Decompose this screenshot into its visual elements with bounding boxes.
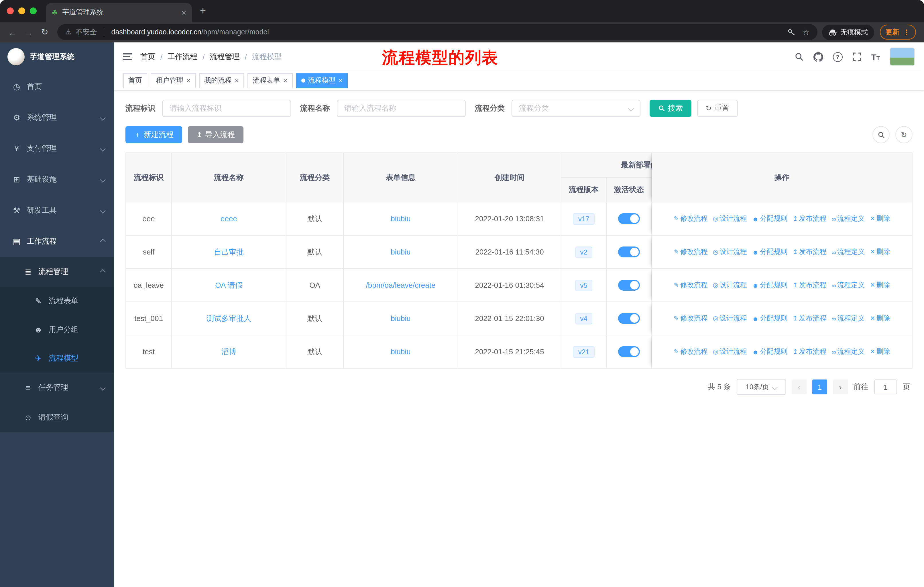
process-definition-link[interactable]: ∞流程定义 <box>832 280 865 290</box>
publish-process-link[interactable]: ↥发布流程 <box>792 280 826 290</box>
assign-rule-link[interactable]: ☻分配规则 <box>752 247 787 257</box>
font-size-icon[interactable]: TT <box>871 52 880 62</box>
prev-page-button[interactable]: ‹ <box>792 379 807 394</box>
delete-link[interactable]: ✕删除 <box>870 347 890 357</box>
process-definition-link[interactable]: ∞流程定义 <box>832 347 865 357</box>
bookmark-star-icon[interactable]: ☆ <box>803 28 809 36</box>
next-page-button[interactable]: › <box>833 379 848 394</box>
edit-process-link[interactable]: ✎修改流程 <box>674 214 708 223</box>
forward-icon[interactable]: → <box>21 27 37 37</box>
sidebar-item-task-management[interactable]: ≡任务管理 <box>0 373 114 402</box>
sidebar-item-leave-query[interactable]: ☺请假查询 <box>0 402 114 432</box>
edit-process-link[interactable]: ✎修改流程 <box>674 314 708 323</box>
reset-button[interactable]: ↻ 重置 <box>697 100 738 117</box>
create-process-button[interactable]: ＋ 新建流程 <box>125 126 182 143</box>
tag-process-form[interactable]: 流程表单× <box>248 73 292 88</box>
process-definition-link[interactable]: ∞流程定义 <box>832 314 865 323</box>
update-button[interactable]: 更新 ⋮ <box>880 25 916 40</box>
active-toggle[interactable] <box>618 280 640 291</box>
edit-process-link[interactable]: ✎修改流程 <box>674 247 708 257</box>
design-process-link[interactable]: ◎设计流程 <box>713 247 747 257</box>
sidebar-item-user-group[interactable]: ☻用户分组 <box>0 315 114 344</box>
publish-process-link[interactable]: ↥发布流程 <box>792 347 826 357</box>
process-category-select[interactable]: 流程分类 <box>512 100 640 117</box>
delete-link[interactable]: ✕删除 <box>870 280 890 290</box>
sidebar-item-process-model[interactable]: ✈流程模型 <box>0 344 114 373</box>
process-name-link[interactable]: OA 请假 <box>172 269 286 302</box>
tag-process-model[interactable]: 流程模型× <box>296 73 348 88</box>
sidebar-item-process-management[interactable]: ≣流程管理 <box>0 257 114 287</box>
edit-process-link[interactable]: ✎修改流程 <box>674 280 708 290</box>
active-toggle[interactable] <box>618 246 640 257</box>
design-process-link[interactable]: ◎设计流程 <box>713 347 747 357</box>
tag-tenant-management[interactable]: 租户管理× <box>151 73 196 88</box>
breadcrumb-item[interactable]: 流程管理 <box>210 51 240 62</box>
page-number-button[interactable]: 1 <box>812 379 827 394</box>
assign-rule-link[interactable]: ☻分配规则 <box>752 314 787 323</box>
address-bar[interactable]: ⚠ 不安全 dashboard.yudao.iocoder.cn/bpm/man… <box>57 24 817 40</box>
process-name-link[interactable]: eeee <box>172 202 286 236</box>
toggle-search-button[interactable] <box>873 126 889 143</box>
active-toggle[interactable] <box>618 213 640 224</box>
form-info-link[interactable]: biubiu <box>344 236 458 269</box>
delete-link[interactable]: ✕删除 <box>870 247 890 257</box>
sidebar-item-infrastructure[interactable]: ⊞基础设施 <box>0 164 114 195</box>
breadcrumb-item[interactable]: 工作流程 <box>168 51 197 62</box>
process-definition-link[interactable]: ∞流程定义 <box>832 214 865 223</box>
tab-close-icon[interactable]: × <box>182 8 186 17</box>
breadcrumb-item[interactable]: 首页 <box>140 51 155 62</box>
publish-process-link[interactable]: ↥发布流程 <box>792 314 826 323</box>
key-icon[interactable] <box>787 28 796 36</box>
reload-icon[interactable]: ↻ <box>37 27 53 37</box>
sidebar-item-home[interactable]: ◷首页 <box>0 71 114 102</box>
goto-page-input[interactable]: 1 <box>874 379 897 394</box>
github-icon[interactable] <box>813 52 823 62</box>
process-key-input[interactable]: 请输入流程标识 <box>162 100 291 117</box>
active-toggle[interactable] <box>618 313 640 324</box>
new-tab-button[interactable]: + <box>200 5 206 17</box>
delete-link[interactable]: ✕删除 <box>870 214 890 223</box>
close-icon[interactable]: × <box>186 77 190 84</box>
sidebar-item-dev-tools[interactable]: ⚒研发工具 <box>0 195 114 226</box>
sidebar-item-process-form[interactable]: ✎流程表单 <box>0 287 114 315</box>
help-icon[interactable]: ? <box>833 52 842 62</box>
tag-my-process[interactable]: 我的流程× <box>199 73 244 88</box>
publish-process-link[interactable]: ↥发布流程 <box>792 214 826 223</box>
close-window-button[interactable] <box>7 7 14 14</box>
refresh-table-button[interactable]: ↻ <box>895 126 912 143</box>
more-menu-icon[interactable]: ⋮ <box>903 28 910 36</box>
search-button[interactable]: 搜索 <box>650 100 691 117</box>
sidebar-item-payment-management[interactable]: ¥支付管理 <box>0 133 114 164</box>
page-size-select[interactable]: 10条/页 <box>737 379 786 395</box>
tag-home[interactable]: 首页 <box>123 73 147 88</box>
active-toggle[interactable] <box>618 346 640 357</box>
design-process-link[interactable]: ◎设计流程 <box>713 214 747 223</box>
form-info-link[interactable]: /bpm/oa/leave/create <box>344 269 458 302</box>
user-avatar[interactable] <box>889 48 915 66</box>
maximize-window-button[interactable] <box>30 7 37 14</box>
close-icon[interactable]: × <box>234 77 239 84</box>
close-icon[interactable]: × <box>283 77 287 84</box>
form-info-link[interactable]: biubiu <box>344 202 458 236</box>
process-name-link[interactable]: 滔博 <box>172 336 286 369</box>
publish-process-link[interactable]: ↥发布流程 <box>792 247 826 257</box>
close-icon[interactable]: × <box>338 77 343 84</box>
collapse-sidebar-icon[interactable] <box>123 53 132 60</box>
process-name-link[interactable]: 测试多审批人 <box>172 302 286 336</box>
assign-rule-link[interactable]: ☻分配规则 <box>752 347 787 357</box>
process-name-link[interactable]: 自己审批 <box>172 236 286 269</box>
edit-process-link[interactable]: ✎修改流程 <box>674 347 708 357</box>
minimize-window-button[interactable] <box>18 7 25 14</box>
process-name-input[interactable]: 请输入流程名称 <box>337 100 466 117</box>
import-process-button[interactable]: ↥ 导入流程 <box>188 126 243 143</box>
process-definition-link[interactable]: ∞流程定义 <box>832 247 865 257</box>
browser-tab[interactable]: ☘ 芋道管理系统 × <box>46 3 192 22</box>
form-info-link[interactable]: biubiu <box>344 302 458 336</box>
form-info-link[interactable]: biubiu <box>344 336 458 369</box>
search-icon[interactable] <box>794 52 804 61</box>
sidebar-item-workflow[interactable]: ▤工作流程 <box>0 226 114 257</box>
back-icon[interactable]: ← <box>5 27 21 37</box>
assign-rule-link[interactable]: ☻分配规则 <box>752 214 787 223</box>
design-process-link[interactable]: ◎设计流程 <box>713 314 747 323</box>
delete-link[interactable]: ✕删除 <box>870 314 890 323</box>
